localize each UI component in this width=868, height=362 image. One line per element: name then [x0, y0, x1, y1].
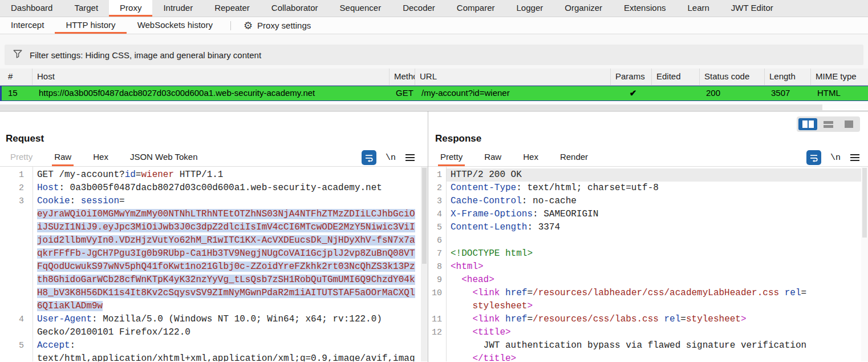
main-nav-item-sequencer[interactable]: Sequencer — [329, 0, 392, 17]
main-nav-item-intruder[interactable]: Intruder — [152, 0, 204, 17]
code-segment — [500, 288, 505, 298]
response-editor[interactable]: 1HTTP/2 200 OK2Content-Type: text/html; … — [428, 167, 868, 361]
main-nav-item-repeater[interactable]: Repeater — [204, 0, 261, 17]
code-segment: : — [527, 222, 538, 232]
line-number — [428, 300, 446, 313]
main-nav-item-dashboard[interactable]: Dashboard — [0, 0, 63, 17]
request-tab-raw[interactable]: Raw — [54, 149, 71, 166]
view-switcher — [797, 116, 860, 132]
main-nav-item-jwt-editor[interactable]: JWT Editor — [720, 0, 784, 17]
view-split-columns-button[interactable] — [798, 118, 817, 130]
code-segment: <head> — [461, 275, 494, 285]
sub-nav-divider — [230, 21, 231, 30]
main-nav-item-decoder[interactable]: Decoder — [392, 0, 446, 17]
code-segment — [779, 288, 785, 298]
column-header-edited[interactable]: Edited — [652, 69, 700, 85]
column-header-num[interactable]: # — [0, 69, 33, 85]
word-wrap-toggle-button[interactable] — [806, 150, 821, 165]
rows-icon — [824, 125, 833, 128]
code-segment — [659, 314, 664, 324]
column-header-status-code[interactable]: Status code — [700, 69, 765, 85]
proxy-settings-button[interactable]: ⚙ Proxy settings — [238, 21, 317, 31]
response-tab-render[interactable]: Render — [560, 149, 588, 166]
request-tab-json-web-token[interactable]: JSON Web Token — [130, 149, 198, 166]
column-header-host[interactable]: Host — [33, 69, 390, 85]
line-number: 2 — [428, 182, 446, 195]
main-nav-item-extensions[interactable]: Extensions — [613, 0, 676, 17]
code-segment: 3374 — [538, 222, 560, 232]
show-nonprintable-button[interactable]: \n — [830, 153, 841, 163]
response-tab-raw[interactable]: Raw — [484, 149, 501, 166]
rows-icon — [824, 121, 833, 124]
editor-line: </title> — [428, 352, 868, 361]
response-tab-hex[interactable]: Hex — [523, 149, 538, 166]
code-line: </title> — [446, 352, 868, 361]
editor-line: 9 <head> — [428, 273, 868, 287]
column-header-method[interactable]: Method — [390, 69, 415, 85]
main-nav-item-target[interactable]: Target — [63, 0, 109, 17]
main-nav-item-learn[interactable]: Learn — [676, 0, 720, 17]
filter-row: Filter settings: Hiding CSS, image and g… — [0, 45, 868, 65]
sub-nav-item-websockets-history[interactable]: WebSockets history — [127, 17, 224, 34]
request-vertical-scrollbar[interactable] — [421, 167, 428, 361]
code-segment: text/html; charset=utf-8 — [527, 183, 658, 193]
editor-menu-button[interactable] — [405, 154, 415, 162]
column-header-mime-type[interactable]: MIME type — [811, 69, 868, 85]
columns-icon — [802, 120, 808, 128]
horizontal-scrollbar[interactable] — [0, 104, 868, 111]
column-header-url[interactable]: URL — [415, 69, 611, 85]
code-line: qkrFFfFb-JgCH7Pgu3Ig0b9RUbp-Ca1Hb3TV9Neg… — [33, 247, 428, 260]
code-line — [446, 234, 868, 247]
main-nav-item-proxy[interactable]: Proxy — [109, 0, 152, 17]
response-gutter-separator — [446, 167, 447, 361]
sub-nav-item-http-history[interactable]: HTTP history — [55, 17, 126, 34]
row-cell-host: https://0a3b005f0487dacb8027d03c00d600a1… — [34, 86, 391, 100]
request-tab-pretty[interactable]: Pretty — [10, 149, 33, 166]
sub-nav-item-intercept[interactable]: Intercept — [0, 17, 55, 34]
request-vertical-scrollbar-thumb[interactable] — [422, 168, 427, 264]
code-segment: <title> — [472, 327, 510, 337]
request-title-row: Request — [0, 111, 428, 149]
word-wrap-toggle-button[interactable] — [362, 150, 376, 165]
main-nav-item-collaborator[interactable]: Collaborator — [261, 0, 329, 17]
editor-line: 8<html> — [428, 260, 868, 273]
code-segment: rel — [785, 288, 801, 298]
editor-line: text/html,application/xhtml+xml,applicat… — [0, 352, 428, 361]
request-editor[interactable]: 1GET /my-account?id=wiener HTTP/1.12Host… — [0, 167, 428, 361]
code-line: Content-Type: text/html; charset=utf-8 — [446, 182, 868, 195]
row-cell-status-code: 200 — [701, 86, 766, 100]
view-split-rows-button[interactable] — [819, 118, 838, 130]
editor-line: H8_bV3K8H56DK11s4It8Kv2cSqysvSV9ZImNyMGw… — [0, 287, 428, 300]
line-number — [428, 352, 446, 361]
code-line: text/html,application/xhtml+xml,applicat… — [33, 352, 428, 361]
response-vertical-scrollbar-thumb[interactable] — [862, 168, 867, 238]
show-nonprintable-button[interactable]: \n — [386, 153, 396, 163]
response-vertical-scrollbar[interactable] — [861, 167, 868, 361]
main-nav-item-logger[interactable]: Logger — [506, 0, 554, 17]
code-segment: 0a3b005f0487dacb8027d03c00d600a1.web-sec… — [70, 183, 382, 193]
line-number: 7 — [428, 247, 446, 260]
code-line: Content-Length: 3374 — [446, 221, 868, 234]
column-header-length[interactable]: Length — [765, 69, 811, 85]
column-header-params[interactable]: Params — [611, 69, 652, 85]
main-nav-item-organizer[interactable]: Organizer — [554, 0, 613, 17]
history-table-row[interactable]: 15https://0a3b005f0487dacb8027d03c00d600… — [0, 86, 868, 101]
request-panel: Request PrettyRawHexJSON Web Token \n — [0, 111, 428, 362]
line-number: 8 — [428, 260, 446, 273]
editor-line: 2Host: 0a3b005f0487dacb8027d03c00d600a1.… — [0, 182, 428, 195]
view-single-button[interactable] — [839, 118, 858, 130]
main-nav-item-comparer[interactable]: Comparer — [446, 0, 506, 17]
editor-menu-button[interactable] — [850, 154, 860, 162]
code-line: joid2llbmVyIn0.VDzHjzVutYo62hM_R1wITC1KX… — [33, 234, 428, 247]
line-number: 4 — [0, 313, 33, 326]
horizontal-scrollbar-thumb[interactable] — [0, 104, 822, 110]
editor-line: th8GhidoGarWCb28cfWnKTpK4yK32nzYyVg_tLsQ… — [0, 273, 428, 287]
code-segment: = — [527, 314, 533, 324]
filter-settings-bar[interactable]: Filter settings: Hiding CSS, image and g… — [5, 45, 863, 65]
code-line: <link href=/resources/css/labs.css rel=s… — [446, 313, 868, 326]
editor-line: FqQodUcwukS97wNv5phQ41foKwt1no21Glbj0c-Z… — [0, 260, 428, 273]
code-segment: : — [70, 196, 81, 206]
response-tab-pretty[interactable]: Pretty — [440, 149, 463, 166]
code-line: <title> — [446, 326, 868, 339]
request-tab-hex[interactable]: Hex — [93, 149, 108, 166]
